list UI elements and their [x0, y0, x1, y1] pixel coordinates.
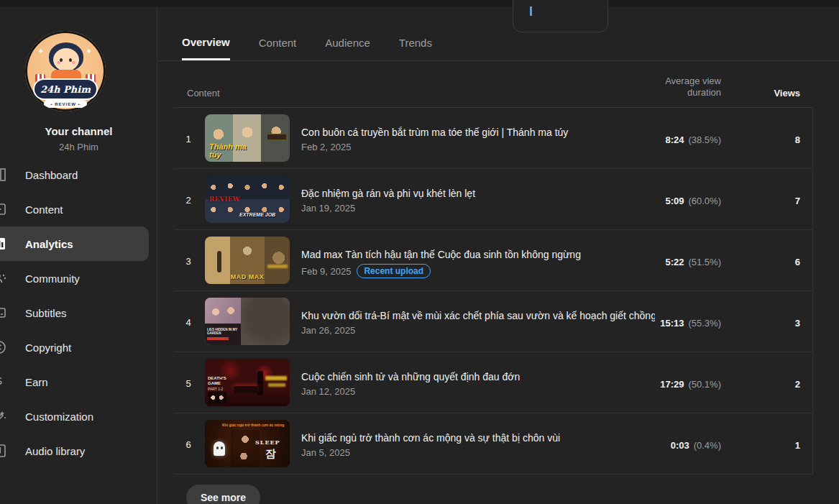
average-view-duration-cell: 15:13(55.3%) — [660, 318, 721, 329]
thumbnail-review-text: REVIEW — [209, 196, 240, 203]
video-title[interactable]: Đặc nhiệm gà rán và phi vụ khét lèn lẹt — [301, 188, 655, 199]
copyright-icon — [0, 339, 7, 355]
rank: 2 — [174, 195, 203, 206]
channel-name: 24h Phim — [0, 142, 157, 152]
video-date: Jan 12, 2025 — [301, 386, 355, 397]
views-cell: 1 — [795, 440, 800, 451]
video-thumbnail[interactable]: LIES HIDDEN IN MY GARDEN — [205, 298, 290, 345]
thumbnail-caption: MAD MAX — [229, 273, 265, 280]
ghost-icon — [214, 441, 225, 456]
table-row[interactable]: 6 Khi giấc ngủ trở thành cơn ác mộng SLE… — [174, 413, 812, 475]
average-view-duration-cell: 0:03(0.4%) — [671, 440, 721, 451]
see-more-button[interactable]: See more — [186, 485, 260, 504]
views-cell: 8 — [795, 134, 800, 145]
average-view-duration-cell: 17:29(50.1%) — [660, 379, 721, 390]
earn-icon — [0, 374, 7, 390]
tab-overview[interactable]: Overview — [182, 7, 230, 60]
table-row[interactable]: 5 DEATH'S GAME PART 1-2 Cuộc chiến sinh … — [174, 352, 812, 413]
video-thumbnail[interactable]: MAD MAX — [205, 237, 290, 284]
audio-library-icon — [0, 443, 7, 459]
sidebar-item-subtitles[interactable]: Subtitles — [0, 295, 149, 330]
tab-trends[interactable]: Trends — [399, 7, 432, 60]
avatar-ribbon-text: • REVIEW • — [50, 102, 80, 106]
video-title[interactable]: Mad max Tàn tích hậu tận thế Cuộc đua si… — [301, 249, 655, 260]
recent-upload-badge: Recent upload — [357, 264, 431, 278]
dashboard-icon — [0, 167, 7, 183]
views-cell: 3 — [795, 318, 800, 329]
table-row[interactable]: 1 Thành ma túy Con buôn cá truyền bắt tr… — [174, 108, 812, 169]
thumbnail-caption: Thành ma túy — [209, 143, 251, 159]
star-icon: ✦ — [37, 47, 44, 56]
sidebar-item-label: Audio library — [25, 445, 85, 457]
sidebar-item-label: Customization — [25, 411, 93, 423]
tab-content[interactable]: Content — [259, 7, 297, 60]
subtitles-icon — [0, 305, 7, 321]
table-row[interactable]: 4 LIES HIDDEN IN MY GARDEN Khu vườn dối … — [174, 291, 812, 352]
views-cell: 7 — [795, 196, 800, 206]
video-title[interactable]: Cuộc chiến sinh tử và những quyết định đ… — [301, 371, 655, 382]
sidebar-item-label: Content — [25, 203, 63, 216]
channel-avatar[interactable]: ✦ ✦ 24h Phim • REVIEW • — [25, 31, 106, 111]
video-thumbnail[interactable]: DEATH'S GAME PART 1-2 — [205, 359, 290, 406]
analytics-icon — [0, 236, 7, 252]
video-thumbnail[interactable]: REVIEW EXTREME JOB — [205, 175, 290, 223]
thumbnail-caption: EXTREME JOB — [239, 212, 275, 217]
sidebar-item-community[interactable]: Community — [0, 261, 149, 295]
sidebar-item-earn[interactable]: Earn — [0, 365, 149, 399]
average-view-duration-cell: 5:09(60.0%) — [665, 196, 721, 206]
video-thumbnail[interactable]: Thành ma túy — [205, 114, 290, 162]
table-column-divider — [812, 108, 813, 475]
star-icon: ✦ — [86, 47, 92, 56]
rank: 4 — [174, 317, 203, 328]
thumbnail-caption-2: PART 1-2 — [208, 387, 223, 391]
sidebar-item-content[interactable]: Content — [0, 192, 149, 226]
rank: 3 — [174, 256, 203, 267]
thumbnail-caption: LIES HIDDEN IN MY GARDEN — [207, 328, 240, 335]
sidebar-item-copyright[interactable]: Copyright — [0, 330, 149, 365]
views-cell: 2 — [795, 379, 800, 390]
average-view-duration-cell: 5:22(51.5%) — [665, 257, 721, 267]
views-cell: 6 — [795, 257, 800, 267]
video-thumbnail[interactable]: Khi giấc ngủ trở thành cơn ác mộng SLEEP… — [205, 420, 290, 467]
thumbnail-top-text: Khi giấc ngủ trở thành cơn ác mộng — [222, 423, 287, 427]
sidebar-item-dashboard[interactable]: Dashboard — [0, 157, 149, 192]
customization-icon — [0, 408, 7, 424]
video-date: Jan 26, 2025 — [301, 325, 355, 336]
content-icon — [0, 201, 7, 217]
analytics-tab-bar: Overview Content Audience Trends — [158, 7, 839, 61]
community-icon — [0, 270, 7, 286]
video-title[interactable]: Khi giấc ngủ trở thành cơn ác mộng và sự… — [301, 432, 655, 444]
rank: 5 — [174, 378, 203, 389]
sidebar-item-label: Community — [25, 272, 80, 285]
thumbnail-korean-text: 잠 — [265, 447, 276, 461]
sidebar-item-audio-library[interactable]: Audio library — [0, 434, 149, 468]
video-title[interactable]: Khu vườn dối trá-Bí mật về mùi xác chết … — [301, 310, 655, 321]
sidebar-item-label: Analytics — [25, 238, 73, 250]
avatar-ribbon: • REVIEW • — [44, 100, 87, 108]
video-title[interactable]: Con buôn cá truyền bắt trùm ma tóe thế g… — [301, 127, 655, 138]
table-row[interactable]: 2 REVIEW EXTREME JOB Đặc nhiệm gà rán và… — [174, 169, 812, 230]
table-row[interactable]: 3 MAD MAX Mad max Tàn tích hậu tận thế C… — [174, 230, 812, 291]
sidebar-item-analytics[interactable]: Analytics — [0, 226, 149, 261]
video-date: Jan 19, 2025 — [301, 203, 355, 214]
sidebar-item-label: Copyright — [25, 342, 71, 354]
avatar-face — [53, 48, 79, 71]
sidebar-item-label: Subtitles — [25, 307, 67, 319]
video-date: Jan 5, 2025 — [301, 447, 350, 458]
column-header-content[interactable]: Content — [187, 88, 220, 98]
column-header-average-view-duration[interactable]: Average view duration — [665, 75, 721, 98]
avatar-script-text: 24h Phim — [40, 84, 91, 95]
sidebar-item-label: Earn — [25, 376, 48, 388]
sidebar-item-customization[interactable]: Customization — [0, 399, 149, 434]
column-header-views[interactable]: Views — [774, 88, 800, 98]
sidebar-item-label: Dashboard — [25, 169, 78, 181]
rank: 1 — [174, 134, 203, 145]
video-date: Feb 9, 2025 — [301, 266, 351, 277]
your-channel-label: Your channel — [0, 125, 157, 137]
rank: 6 — [174, 439, 203, 450]
video-date: Feb 2, 2025 — [301, 142, 351, 152]
tab-audience[interactable]: Audience — [325, 7, 370, 60]
table-header: Content Average view duration Views — [174, 61, 812, 108]
sidebar: ✦ ✦ 24h Phim • REVIEW • Your channel 24h… — [0, 7, 157, 504]
thumbnail-caption: DEATH'S GAME — [208, 376, 237, 386]
